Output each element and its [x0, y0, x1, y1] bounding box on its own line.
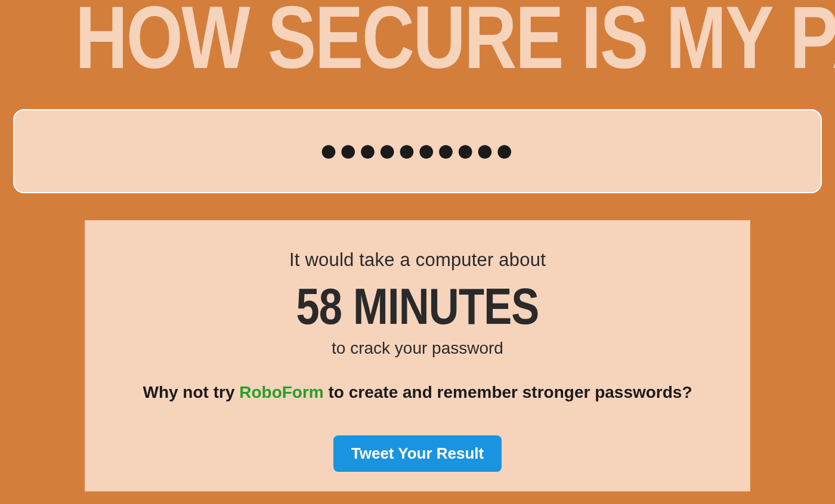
roboform-link[interactable]: RoboForm: [239, 383, 324, 401]
suggestion-text: Why not try RoboForm to create and remem…: [103, 383, 732, 402]
result-sub-text: to crack your password: [103, 339, 732, 358]
result-lead-text: It would take a computer about: [103, 249, 732, 271]
result-card: It would take a computer about 58 MINUTE…: [85, 220, 750, 491]
suggestion-pre: Why not try: [143, 383, 239, 401]
suggestion-post: to create and remember stronger password…: [324, 383, 692, 401]
password-input-container: [13, 109, 822, 193]
page-title: HOW SECURE IS MY PASSWORD?: [75, 0, 760, 78]
password-input[interactable]: [13, 109, 822, 193]
tweet-result-button[interactable]: Tweet Your Result: [333, 435, 502, 472]
result-time-value: 58 MINUTES: [160, 280, 675, 332]
